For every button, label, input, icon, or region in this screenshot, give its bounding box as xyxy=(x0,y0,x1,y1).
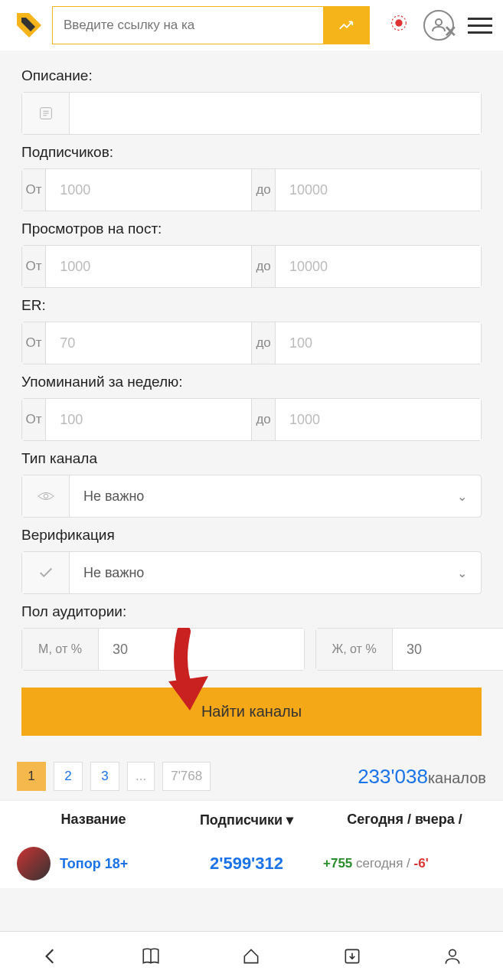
mentions-range: От до xyxy=(21,398,482,441)
table-header: Название Подписчики ▾ Сегодня / вчера / xyxy=(0,800,503,839)
search-input[interactable] xyxy=(53,7,323,44)
description-input[interactable] xyxy=(70,93,481,134)
arrow-annotation xyxy=(153,628,222,719)
mentions-from-input[interactable] xyxy=(46,399,251,440)
filter-form: Описание: Подписчиков: От до Просмотров … xyxy=(0,51,503,743)
female-label: Ж, от % xyxy=(316,629,393,670)
back-icon[interactable] xyxy=(41,946,60,966)
page-1[interactable]: 1 xyxy=(17,762,46,791)
views-from-input[interactable] xyxy=(46,246,251,287)
page-3[interactable]: 3 xyxy=(90,762,119,791)
description-field xyxy=(21,92,482,135)
from-label: От xyxy=(22,322,46,364)
search-bar xyxy=(52,6,370,44)
page-dots: ... xyxy=(127,762,155,791)
eye-icon xyxy=(22,475,70,517)
chevron-down-icon: ⌄ xyxy=(443,489,481,504)
mentions-label: Упоминаний за неделю: xyxy=(21,374,482,390)
from-label: От xyxy=(22,399,46,440)
views-to-input[interactable] xyxy=(276,246,481,287)
count-label: каналов xyxy=(428,769,486,786)
verification-label: Верификация xyxy=(21,527,482,544)
book-icon[interactable] xyxy=(141,946,161,966)
subscribers-to-input[interactable] xyxy=(276,169,481,211)
profile-icon[interactable] xyxy=(443,946,462,966)
th-subscribers[interactable]: Подписчики ▾ xyxy=(170,812,323,828)
channel-type-select[interactable]: Не важно ⌄ xyxy=(21,475,482,518)
list-icon xyxy=(22,93,70,134)
gender-female-group: Ж, от % xyxy=(315,628,503,671)
chevron-down-icon: ⌄ xyxy=(443,566,481,580)
channel-type-value: Не важно xyxy=(70,488,443,505)
th-name[interactable]: Название xyxy=(17,812,170,828)
svg-point-4 xyxy=(44,494,48,498)
er-label: ER: xyxy=(21,297,482,314)
from-label: От xyxy=(22,169,46,211)
page-last[interactable]: 7'768 xyxy=(162,762,211,791)
count-number: 233'038 xyxy=(358,765,428,788)
channels-count: 233'038каналов xyxy=(358,765,486,789)
bug-icon[interactable] xyxy=(388,12,410,38)
channel-subs: 2'599'312 xyxy=(170,854,323,874)
search-button[interactable] xyxy=(323,7,369,44)
gender-row: М, от % Ж, от % xyxy=(21,628,482,671)
header-actions: ✕ xyxy=(388,10,492,41)
subscribers-range: От до xyxy=(21,168,482,211)
svg-point-1 xyxy=(395,19,402,26)
views-range: От до xyxy=(21,245,482,288)
female-input[interactable] xyxy=(393,629,503,670)
to-label: до xyxy=(251,322,276,364)
verification-value: Не важно xyxy=(70,565,443,581)
description-label: Описание: xyxy=(21,67,482,84)
bottom-nav xyxy=(0,931,503,980)
svg-point-2 xyxy=(436,19,442,25)
er-to-input[interactable] xyxy=(276,322,481,364)
menu-icon[interactable] xyxy=(468,18,492,34)
to-label: до xyxy=(251,246,276,287)
close-icon: ✕ xyxy=(444,22,457,41)
er-range: От до xyxy=(21,322,482,364)
page-2[interactable]: 2 xyxy=(54,762,83,791)
table-row[interactable]: Топор 18+ 2'599'312 +755 сегодня / -6' xyxy=(0,839,503,888)
header: ✕ xyxy=(0,0,503,51)
chart-up-icon xyxy=(338,17,354,34)
channel-today: +755 сегодня / -6' xyxy=(323,856,486,871)
views-label: Просмотров на пост: xyxy=(21,220,482,237)
avatar[interactable]: ✕ xyxy=(423,10,454,41)
to-label: до xyxy=(251,169,276,211)
channel-avatar xyxy=(17,847,51,880)
subscribers-label: Подписчиков: xyxy=(21,144,482,161)
channel-name[interactable]: Топор 18+ xyxy=(60,856,170,872)
download-icon[interactable] xyxy=(342,946,362,966)
check-icon xyxy=(22,552,70,593)
verification-select[interactable]: Не важно ⌄ xyxy=(21,551,482,594)
gender-label: Пол аудитории: xyxy=(21,603,482,620)
channel-type-label: Тип канала xyxy=(21,450,482,467)
logo[interactable] xyxy=(11,7,47,44)
to-label: до xyxy=(251,399,276,440)
from-label: От xyxy=(22,246,46,287)
male-label: М, от % xyxy=(22,629,99,670)
mentions-to-input[interactable] xyxy=(276,399,481,440)
svg-point-6 xyxy=(449,949,456,956)
pagination: 1 2 3 ... 7'768 233'038каналов xyxy=(0,743,503,800)
th-today[interactable]: Сегодня / вчера / xyxy=(323,812,486,828)
subscribers-from-input[interactable] xyxy=(46,169,251,211)
find-channels-button[interactable]: Найти каналы xyxy=(21,688,482,736)
er-from-input[interactable] xyxy=(46,322,251,364)
home-icon[interactable] xyxy=(241,946,261,966)
sort-down-icon: ▾ xyxy=(286,812,293,828)
